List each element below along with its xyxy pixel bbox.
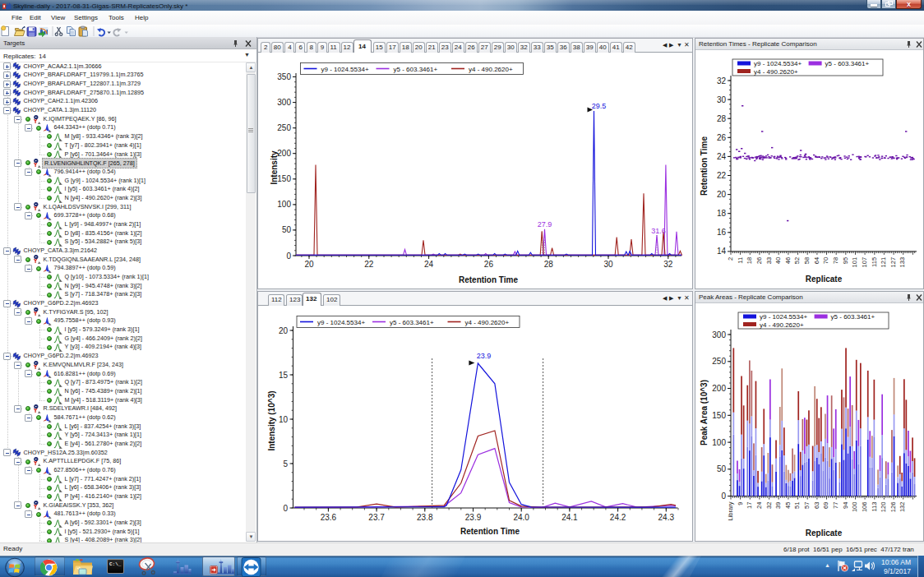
svg-text:300: 300	[712, 330, 726, 339]
svg-text:31.6: 31.6	[651, 227, 666, 235]
svg-text:50: 50	[717, 464, 727, 473]
svg-text:64: 64	[813, 257, 820, 264]
svg-text:63: 63	[813, 502, 820, 509]
svg-text:28: 28	[544, 260, 554, 269]
svg-text:y5 - 603.3461+: y5 - 603.3461+	[825, 60, 870, 67]
svg-text:y4 - 490.2620+: y4 - 490.2620+	[465, 319, 510, 326]
svg-text:51: 51	[794, 502, 802, 509]
svg-text:y9 - 1024.5534+: y9 - 1024.5534+	[317, 319, 365, 326]
svg-text:16: 16	[717, 228, 727, 237]
svg-text:30: 30	[717, 95, 727, 104]
svg-text:107: 107	[861, 257, 868, 268]
svg-text:200: 200	[712, 384, 726, 393]
svg-text:300: 300	[277, 98, 291, 107]
svg-text:23.8: 23.8	[417, 513, 433, 522]
svg-text:2: 2	[727, 257, 734, 261]
svg-text:78: 78	[832, 257, 839, 264]
svg-text:18: 18	[746, 257, 753, 264]
svg-text:15: 15	[279, 371, 289, 380]
svg-text:106: 106	[861, 502, 868, 513]
svg-text:20: 20	[717, 190, 727, 199]
svg-text:24: 24	[424, 260, 434, 269]
svg-text:y9 - 1024.5534+: y9 - 1024.5534+	[754, 60, 802, 67]
svg-text:26: 26	[484, 260, 494, 269]
svg-text:Library: Library	[727, 501, 734, 520]
svg-text:40: 40	[774, 257, 782, 264]
svg-text:120: 120	[880, 502, 887, 513]
svg-text:5: 5	[283, 459, 288, 469]
svg-text:y5 - 603.3461+: y5 - 603.3461+	[390, 319, 434, 326]
svg-text:121: 121	[880, 257, 887, 268]
svg-text:23.7: 23.7	[368, 513, 385, 522]
svg-text:57: 57	[803, 502, 811, 509]
svg-text:Replicate: Replicate	[806, 529, 843, 538]
svg-text:33: 33	[765, 257, 773, 264]
svg-text:y5 - 603.3461+: y5 - 603.3461+	[831, 313, 875, 321]
svg-text:126: 126	[889, 502, 897, 513]
svg-text:24.0: 24.0	[513, 513, 529, 522]
svg-text:20: 20	[304, 260, 314, 269]
svg-text:39: 39	[774, 502, 782, 509]
svg-text:Retention Time: Retention Time	[700, 136, 709, 196]
svg-text:11: 11	[737, 257, 744, 264]
svg-text:132: 132	[899, 502, 907, 513]
svg-text:18: 18	[717, 209, 727, 218]
svg-text:24: 24	[717, 152, 727, 161]
svg-text:115: 115	[871, 257, 878, 267]
svg-text:50: 50	[282, 225, 292, 234]
svg-text:100: 100	[712, 438, 726, 447]
svg-text:0: 0	[721, 492, 726, 501]
svg-text:250: 250	[712, 357, 726, 366]
svg-text:y4 - 490.2620+: y4 - 490.2620+	[760, 321, 804, 329]
svg-text:77: 77	[832, 502, 839, 509]
svg-text:30: 30	[603, 260, 613, 269]
svg-text:Intensity: Intensity	[270, 150, 279, 185]
svg-text:250: 250	[277, 123, 291, 132]
svg-text:45: 45	[784, 502, 792, 509]
svg-text:94: 94	[842, 502, 849, 509]
svg-text:27.9: 27.9	[538, 220, 552, 228]
svg-text:69: 69	[822, 502, 829, 509]
svg-text:Peak Area (10^3): Peak Area (10^3)	[700, 380, 709, 445]
svg-text:95: 95	[842, 257, 849, 264]
svg-text:23.9: 23.9	[465, 513, 482, 522]
svg-text:32: 32	[717, 76, 727, 85]
svg-text:26: 26	[755, 257, 763, 264]
svg-text:26: 26	[717, 133, 727, 142]
svg-text:52: 52	[794, 257, 802, 264]
svg-text:10: 10	[279, 415, 289, 424]
svg-text:Retention Time: Retention Time	[460, 527, 520, 536]
svg-text:23.6: 23.6	[321, 513, 337, 522]
svg-text:Replicate: Replicate	[806, 275, 843, 284]
svg-text:28: 28	[717, 114, 727, 123]
svg-text:101: 101	[851, 257, 858, 268]
svg-text:100: 100	[851, 502, 858, 513]
svg-text:17: 17	[746, 502, 753, 509]
svg-text:24.1: 24.1	[561, 513, 578, 522]
svg-text:70: 70	[822, 257, 829, 264]
svg-text:y4 - 490.2620+: y4 - 490.2620+	[469, 66, 513, 73]
svg-text:Intensity (10^3): Intensity (10^3)	[267, 390, 276, 450]
svg-text:y9 - 1024.5534+: y9 - 1024.5534+	[321, 66, 369, 73]
svg-text:127: 127	[889, 257, 897, 268]
svg-text:20: 20	[279, 326, 289, 335]
svg-text:Retention Time: Retention Time	[459, 275, 518, 284]
svg-text:24.2: 24.2	[610, 513, 626, 522]
svg-text:22: 22	[364, 260, 374, 269]
svg-text:32: 32	[765, 502, 773, 509]
svg-text:133: 133	[899, 257, 907, 268]
svg-text:29.5: 29.5	[592, 102, 607, 110]
svg-text:24: 24	[755, 502, 763, 509]
svg-text:y4 - 490.2620+: y4 - 490.2620+	[754, 68, 798, 76]
svg-text:0: 0	[283, 504, 288, 513]
svg-text:350: 350	[277, 72, 291, 81]
svg-text:113: 113	[871, 502, 878, 512]
svg-text:150: 150	[277, 174, 291, 183]
svg-text:58: 58	[803, 257, 811, 264]
svg-text:14: 14	[717, 247, 727, 256]
svg-text:46: 46	[784, 257, 792, 264]
svg-text:200: 200	[277, 149, 291, 158]
svg-text:23.9: 23.9	[477, 352, 492, 360]
svg-text:y9 - 1024.5534+: y9 - 1024.5534+	[760, 313, 807, 321]
svg-text:22: 22	[717, 171, 727, 180]
